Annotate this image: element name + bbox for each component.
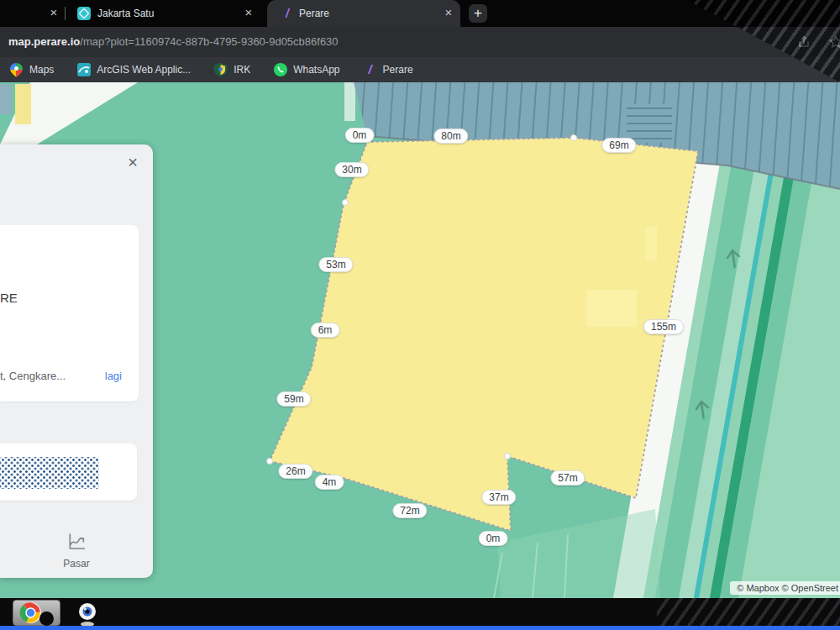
tab-perare[interactable]: / Perare × — [267, 0, 460, 27]
measurement-label: 53m — [318, 257, 353, 272]
plot-detail-card: RE t, Cengkare... lagi — [0, 225, 139, 402]
measurement-label: 4m — [315, 475, 344, 490]
tab-label: Jakarta Satu — [97, 0, 154, 27]
camera-icon — [77, 601, 97, 627]
whatsapp-icon — [274, 63, 287, 76]
share-icon[interactable] — [796, 34, 811, 50]
jakarta-satu-favicon-icon — [77, 7, 91, 20]
measurement-label: 69m — [601, 138, 636, 153]
arcgis-icon — [77, 63, 91, 76]
close-tab-icon[interactable]: × — [242, 6, 255, 19]
measurement-label: 6m — [311, 323, 340, 338]
maps-pin-icon — [10, 63, 24, 76]
perare-icon: / — [364, 63, 377, 76]
plot-info-panel: × RE t, Cengkare... lagi Pasar — [0, 144, 153, 578]
bookmark-item[interactable]: WhatsApp — [274, 57, 339, 82]
bookmark-label: Perare — [383, 64, 413, 76]
measurement-label: 80m — [433, 129, 468, 144]
url-path: /map?plot=1160974c-887b-4795-9360-9d05cb… — [80, 35, 338, 48]
bookmark-label: ArcGIS Web Applic... — [97, 64, 191, 76]
redacted-value-pattern — [0, 457, 99, 489]
more-link[interactable]: lagi — [105, 370, 122, 382]
plot-value-card — [0, 444, 137, 501]
close-panel-icon[interactable]: × — [128, 155, 138, 170]
measurement-label: 57m — [550, 470, 585, 486]
bookmark-item[interactable]: /Perare — [364, 57, 413, 82]
irk-icon — [214, 63, 228, 76]
plot-block — [15, 84, 31, 124]
plot-address-fragment: t, Cengkare... — [0, 370, 66, 382]
tab-strip: × Jakarta Satu × / Perare × + — [0, 0, 840, 27]
tab-separator — [65, 7, 66, 20]
map-attribution: © Mapbox © OpenStreet — [730, 581, 840, 595]
measurement-label: 72m — [392, 503, 427, 518]
bookmark-label: Maps — [29, 64, 54, 76]
measurement-label: 155m — [643, 319, 684, 334]
measurement-label: 37m — [481, 490, 516, 505]
bookmark-item[interactable]: IRK — [214, 57, 250, 82]
address-bar[interactable]: map.perare.io/map?plot=1160974c-887b-479… — [0, 27, 840, 57]
market-chart-icon — [66, 531, 87, 556]
plot-inner-patch — [586, 290, 637, 327]
bookmark-item[interactable]: Maps — [10, 57, 54, 82]
plot-title-fragment: RE — [0, 291, 18, 305]
bottom-blue-strip — [0, 626, 840, 630]
close-tab-icon[interactable]: × — [442, 6, 455, 19]
pasar-label: Pasar — [63, 558, 89, 570]
url-domain: map.perare.io — [8, 35, 80, 48]
close-tab-icon[interactable]: × — [47, 6, 60, 19]
building-block — [0, 84, 12, 114]
measurement-label: 26m — [278, 464, 312, 479]
bookmark-label: IRK — [234, 64, 250, 76]
measurement-label: 0m — [345, 128, 375, 143]
url-text[interactable]: map.perare.io/map?plot=1160974c-887b-479… — [8, 27, 339, 57]
bookmark-label: WhatsApp — [293, 64, 339, 76]
pasar-button[interactable]: Pasar — [63, 531, 89, 570]
chrome-icon — [19, 601, 42, 624]
plot-inner-patch — [645, 227, 657, 260]
bookmarks-bar: MapsArcGIS Web Applic...IRKWhatsApp/Pera… — [0, 57, 840, 82]
bookmark-star-icon[interactable] — [828, 34, 840, 50]
new-tab-button[interactable]: + — [469, 4, 487, 23]
measurement-label: 59m — [276, 391, 311, 407]
taskbar-chrome-button[interactable] — [13, 600, 60, 626]
taskbar-camera-button[interactable] — [77, 601, 97, 627]
perare-favicon-icon: / — [281, 7, 294, 20]
measurement-label: 30m — [334, 162, 369, 177]
tab-label: Perare — [299, 0, 329, 27]
badge-dot — [39, 612, 54, 626]
measurement-label: 0m — [479, 531, 508, 546]
bookmark-item[interactable]: ArcGIS Web Applic... — [77, 57, 191, 82]
